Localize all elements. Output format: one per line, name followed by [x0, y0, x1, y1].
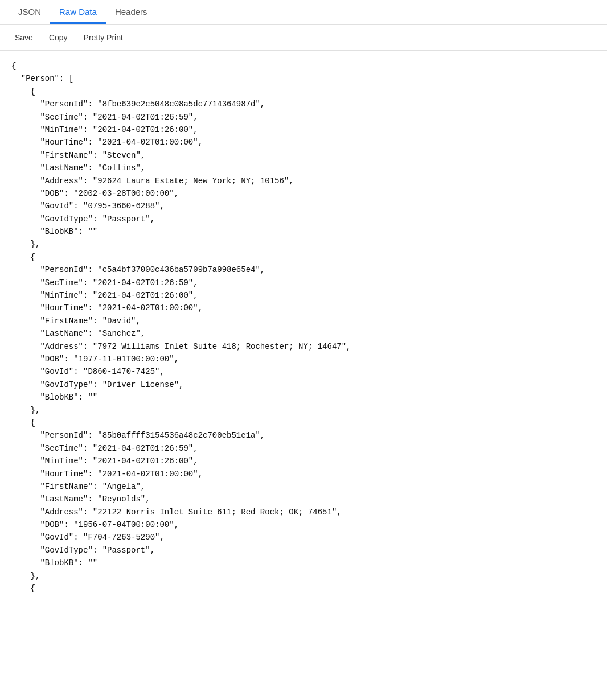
tab-headers[interactable]: Headers [106, 1, 157, 24]
toolbar: Save Copy Pretty Print [0, 25, 607, 51]
tab-bar: JSON Raw Data Headers [0, 0, 607, 25]
tab-raw-data[interactable]: Raw Data [50, 1, 106, 24]
json-content: { "Person": [ { "PersonId": "8fbe639e2c5… [0, 51, 607, 604]
copy-button[interactable]: Copy [43, 30, 73, 46]
tab-json[interactable]: JSON [9, 1, 50, 24]
save-button[interactable]: Save [9, 30, 39, 46]
pretty-print-button[interactable]: Pretty Print [78, 30, 129, 46]
